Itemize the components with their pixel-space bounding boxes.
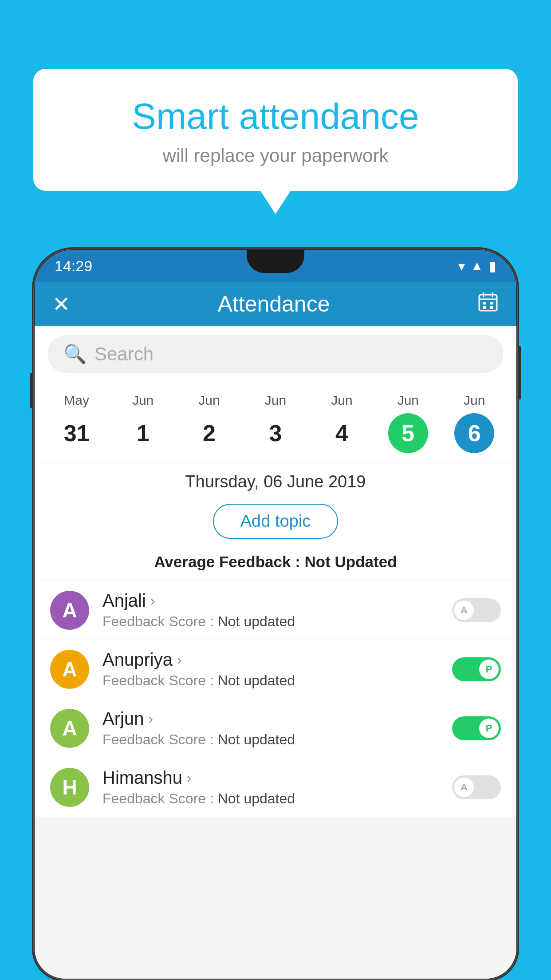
student-info: Arjun ›Feedback Score : Not updated — [102, 709, 439, 748]
student-feedback: Feedback Score : Not updated — [102, 613, 439, 630]
speech-bubble-container: Smart attendance will replace your paper… — [33, 69, 518, 191]
calendar-day[interactable]: Jun2 — [183, 393, 236, 453]
day-month-label: Jun — [398, 393, 419, 408]
student-name[interactable]: Arjun › — [102, 709, 439, 729]
svg-rect-0 — [479, 295, 497, 311]
toggle-knob: A — [454, 601, 474, 620]
search-bar[interactable]: 🔍 Search — [48, 335, 503, 373]
battery-icon: ▮ — [489, 258, 496, 274]
attendance-toggle-container: P — [452, 657, 501, 681]
speech-bubble: Smart attendance will replace your paper… — [33, 69, 518, 191]
close-icon[interactable]: ✕ — [52, 292, 70, 316]
chevron-right-icon: › — [148, 711, 153, 727]
student-list: AAnjali ›Feedback Score : Not updatedAAA… — [35, 581, 516, 817]
day-number-label: 31 — [57, 413, 97, 453]
student-avatar: A — [50, 591, 89, 630]
student-avatar: A — [50, 709, 89, 748]
calendar-day[interactable]: Jun1 — [116, 393, 169, 453]
calendar-day[interactable]: Jun6 — [448, 393, 501, 453]
add-topic-button[interactable]: Add topic — [213, 504, 338, 539]
calendar-day[interactable]: Jun3 — [249, 393, 302, 453]
feedback-value: Not updated — [218, 672, 295, 688]
calendar-day[interactable]: Jun4 — [315, 393, 368, 453]
day-number-label: 5 — [388, 413, 428, 453]
day-number-label: 1 — [123, 413, 163, 453]
student-name[interactable]: Anupriya › — [102, 650, 439, 670]
selected-date: Thursday, 06 June 2019 — [35, 462, 516, 499]
status-time: 14:29 — [55, 257, 92, 275]
day-month-label: Jun — [132, 393, 153, 408]
phone-notch — [247, 250, 304, 273]
student-avatar: H — [50, 768, 89, 807]
attendance-toggle[interactable]: P — [452, 657, 501, 681]
day-month-label: Jun — [265, 393, 286, 408]
bubble-title: Smart attendance — [69, 95, 482, 137]
day-month-label: Jun — [464, 393, 485, 408]
chevron-right-icon: › — [177, 652, 182, 668]
student-item: HHimanshu ›Feedback Score : Not updatedA — [35, 758, 516, 817]
app-bar-title: Attendance — [79, 291, 468, 317]
calendar-icon[interactable] — [477, 291, 499, 317]
day-month-label: May — [64, 393, 89, 408]
calendar-day[interactable]: Jun5 — [382, 393, 435, 453]
svg-rect-5 — [490, 302, 493, 304]
app-bar: ✕ Attendance — [35, 282, 516, 326]
student-info: Anjali ›Feedback Score : Not updated — [102, 591, 439, 630]
day-number-label: 2 — [189, 413, 229, 453]
search-container: 🔍 Search — [35, 326, 516, 382]
feedback-value: Not updated — [218, 731, 295, 747]
toggle-knob: A — [454, 778, 474, 797]
avg-feedback-value: Not Updated — [305, 553, 397, 570]
student-feedback: Feedback Score : Not updated — [102, 731, 439, 748]
bubble-subtitle: will replace your paperwork — [69, 145, 482, 166]
calendar-day[interactable]: May31 — [50, 393, 103, 453]
student-name[interactable]: Anjali › — [102, 591, 439, 611]
chevron-right-icon: › — [187, 770, 192, 786]
student-item: AArjun ›Feedback Score : Not updatedP — [35, 699, 516, 758]
feedback-value: Not updated — [218, 613, 295, 629]
svg-rect-6 — [483, 306, 486, 309]
day-month-label: Jun — [331, 393, 352, 408]
svg-rect-4 — [483, 302, 486, 304]
phone-frame: 14:29 ▾ ▲ ▮ ✕ Attendance — [33, 249, 518, 980]
student-avatar: A — [50, 650, 89, 689]
phone-screen: 14:29 ▾ ▲ ▮ ✕ Attendance — [35, 250, 516, 979]
signal-icon: ▲ — [470, 258, 484, 273]
svg-rect-7 — [490, 306, 493, 309]
attendance-toggle-container: A — [452, 775, 501, 799]
day-month-label: Jun — [198, 393, 220, 408]
attendance-toggle-container: A — [452, 598, 501, 622]
attendance-toggle[interactable]: A — [452, 598, 501, 622]
search-icon: 🔍 — [63, 343, 87, 365]
student-info: Anupriya ›Feedback Score : Not updated — [102, 650, 439, 689]
student-info: Himanshu ›Feedback Score : Not updated — [102, 768, 439, 807]
avg-feedback: Average Feedback : Not Updated — [35, 549, 516, 581]
calendar-strip: May31Jun1Jun2Jun3Jun4Jun5Jun6 — [35, 382, 516, 462]
student-name[interactable]: Himanshu › — [102, 768, 439, 788]
toggle-knob: P — [479, 719, 499, 738]
calendar-days: May31Jun1Jun2Jun3Jun4Jun5Jun6 — [35, 393, 516, 453]
attendance-toggle-container: P — [452, 716, 501, 740]
add-topic-container: Add topic — [35, 499, 516, 549]
day-number-label: 3 — [256, 413, 295, 453]
student-feedback: Feedback Score : Not updated — [102, 672, 439, 689]
day-number-label: 6 — [454, 413, 494, 453]
feedback-value: Not updated — [218, 790, 295, 806]
wifi-icon: ▾ — [458, 258, 465, 274]
student-item: AAnjali ›Feedback Score : Not updatedA — [35, 581, 516, 640]
phone-power-btn — [518, 346, 521, 399]
attendance-toggle[interactable]: A — [452, 775, 501, 799]
day-number-label: 4 — [322, 413, 362, 453]
status-icons: ▾ ▲ ▮ — [458, 258, 496, 274]
phone-volume-btn — [30, 373, 33, 408]
search-placeholder: Search — [94, 344, 153, 365]
student-feedback: Feedback Score : Not updated — [102, 790, 439, 807]
chevron-right-icon: › — [150, 593, 155, 609]
student-item: AAnupriya ›Feedback Score : Not updatedP — [35, 640, 516, 699]
attendance-toggle[interactable]: P — [452, 716, 501, 740]
avg-feedback-label: Average Feedback : — [154, 553, 300, 570]
toggle-knob: P — [479, 660, 499, 679]
